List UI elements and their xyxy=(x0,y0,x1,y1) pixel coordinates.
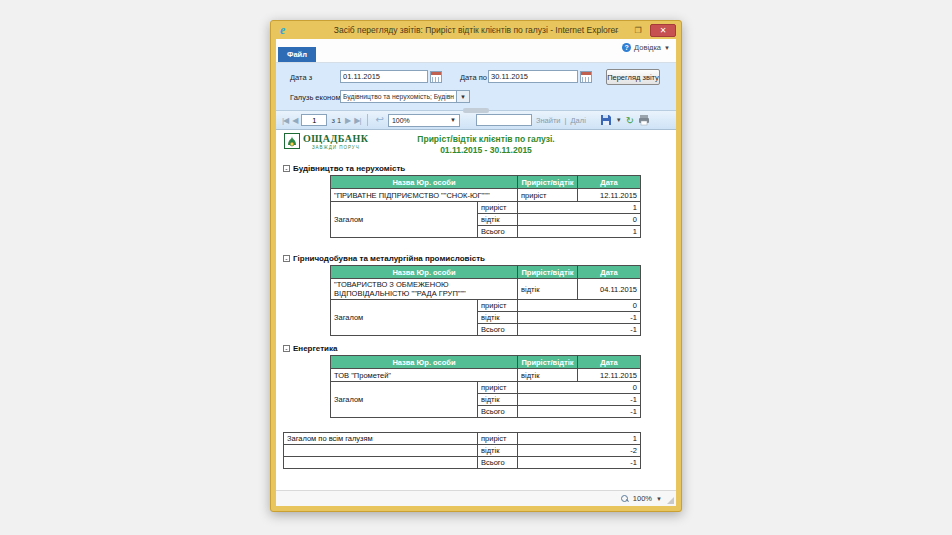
table-row: Загалом приріст 0 xyxy=(331,382,641,394)
industry-dropdown[interactable]: Будівництво та нерухомість; Будівн ▼ xyxy=(340,90,470,103)
company-name: "ТОВАРИСТВО З ОБМЕЖЕНОЮ ВІДПОВІДАЛЬНІСТЮ… xyxy=(331,279,518,300)
title-bar[interactable]: e Засіб перегляду звітів: Приріст відтік… xyxy=(276,21,676,39)
table-row: "ПРИВАТНЕ ПІДПРИЄМСТВО ""СНОК-ЮГ""" прир… xyxy=(331,189,641,202)
find-text-input[interactable] xyxy=(476,114,532,126)
section-toggle[interactable]: - Будівництво та нерухомість xyxy=(283,164,640,173)
date-from-label: Дата з xyxy=(290,73,312,82)
all-label: Всього xyxy=(478,324,518,336)
gain-label: приріст xyxy=(478,202,518,214)
collapse-icon[interactable]: - xyxy=(283,345,290,352)
report-header: ОЩАДБАНК ЗАВЖДИ ПОРУЧ Приріст/відтік клі… xyxy=(284,133,668,157)
view-report-button[interactable]: Перегляд звіту xyxy=(606,69,660,85)
grand-total-label: Загалом по всім галузям xyxy=(284,433,478,445)
outflow-value: -1 xyxy=(518,394,641,406)
maximize-button[interactable]: ❐ xyxy=(628,24,648,37)
window-controls: – ❐ ✕ xyxy=(606,24,676,37)
table-row: "ТОВАРИСТВО З ОБМЕЖЕНОЮ ВІДПОВІДАЛЬНІСТЮ… xyxy=(331,279,641,300)
section-title: Будівництво та нерухомість xyxy=(293,164,405,173)
outflow-label: відтік xyxy=(478,214,518,226)
export-dropdown-icon[interactable]: ▼ xyxy=(616,117,622,123)
print-icon[interactable] xyxy=(638,114,650,126)
help-menu[interactable]: ? Довідка ▼ xyxy=(622,43,670,52)
report-title: Приріст/відтік клієнтів по галузі. 01.11… xyxy=(344,134,628,155)
all-value: 1 xyxy=(518,226,641,238)
zoom-dropdown-icon[interactable]: ▼ xyxy=(656,496,662,502)
find-link[interactable]: Знайти xyxy=(536,116,561,125)
report-section: - Будівництво та нерухомість Назва Юр. о… xyxy=(283,164,640,238)
date-value: 12.11.2015 xyxy=(578,369,641,382)
gain-value: 0 xyxy=(518,382,641,394)
calendar-icon[interactable] xyxy=(580,71,592,83)
gain-value: 1 xyxy=(518,202,641,214)
company-name: ТОВ "Прометей" xyxy=(331,369,518,382)
date-to-input[interactable] xyxy=(488,70,578,83)
section-title: Енергетика xyxy=(293,344,337,353)
refresh-icon[interactable]: ↻ xyxy=(626,115,634,126)
flow-value: відтік xyxy=(518,369,578,382)
section-table: Назва Юр. особи Приріст/відтік Дата "ТОВ… xyxy=(330,265,641,336)
total-row-label: Загалом xyxy=(331,202,478,238)
find-next-link[interactable]: Далі xyxy=(571,116,586,125)
report-parameters-panel: Дата з Дата по Перегляд звіту Галузь еко… xyxy=(276,63,676,110)
date-value: 12.11.2015 xyxy=(578,189,641,202)
gain-label: приріст xyxy=(478,433,518,445)
report-section: - Гірничодобувна та металургійна промисл… xyxy=(283,254,640,336)
report-title-line1: Приріст/відтік клієнтів по галузі. xyxy=(344,134,628,145)
section-toggle[interactable]: - Гірничодобувна та металургійна промисл… xyxy=(283,254,640,263)
col-header-flow: Приріст/відтік xyxy=(518,266,578,279)
report-canvas: ОЩАДБАНК ЗАВЖДИ ПОРУЧ Приріст/відтік клі… xyxy=(276,130,676,490)
section-toggle[interactable]: - Енергетика xyxy=(283,344,640,353)
close-button[interactable]: ✕ xyxy=(650,24,676,37)
file-menu-tab[interactable]: Файл xyxy=(278,47,316,62)
help-icon: ? xyxy=(622,43,631,52)
minimize-button[interactable]: – xyxy=(606,24,626,37)
table-row: Загалом по всім галузям приріст 1 xyxy=(284,433,641,445)
chevron-down-icon: ▼ xyxy=(456,91,469,102)
table-row: Всього -1 xyxy=(284,457,641,469)
back-to-parent-report-icon[interactable]: ↩ xyxy=(375,115,383,125)
status-bar: 100% ▼ xyxy=(276,490,676,506)
outflow-label: відтік xyxy=(478,445,518,457)
all-value: -1 xyxy=(518,324,641,336)
col-header-name: Назва Юр. особи xyxy=(331,266,518,279)
gain-value: 1 xyxy=(518,433,641,445)
industry-dropdown-value: Будівництво та нерухомість; Будівн xyxy=(341,91,456,102)
all-label: Всього xyxy=(478,457,518,469)
all-label: Всього xyxy=(478,406,518,418)
gain-label: приріст xyxy=(478,300,518,312)
table-header-row: Назва Юр. особи Приріст/відтік Дата xyxy=(331,356,641,369)
status-zoom-value[interactable]: 100% xyxy=(633,494,652,503)
current-page-input[interactable] xyxy=(301,114,327,126)
page-count-label: з 1 xyxy=(331,116,341,125)
all-label: Всього xyxy=(478,226,518,238)
previous-page-button[interactable]: ◀ xyxy=(292,116,297,125)
total-row-label: Загалом xyxy=(331,382,478,418)
panel-splitter-handle[interactable] xyxy=(463,108,489,113)
outflow-label: відтік xyxy=(478,312,518,324)
section-table: Назва Юр. особи Приріст/відтік Дата "ПРИ… xyxy=(330,175,641,238)
export-icon[interactable] xyxy=(600,114,612,126)
magnifier-icon xyxy=(621,495,629,503)
chevron-down-icon: ▼ xyxy=(447,117,459,123)
table-row: Загалом приріст 1 xyxy=(331,202,641,214)
col-header-flow: Приріст/відтік xyxy=(518,176,578,189)
company-name: "ПРИВАТНЕ ПІДПРИЄМСТВО ""СНОК-ЮГ""" xyxy=(331,189,518,202)
flow-value: відтік xyxy=(518,279,578,300)
gain-value: 0 xyxy=(518,300,641,312)
grand-total-table: Загалом по всім галузям приріст 1 відтік… xyxy=(283,432,641,469)
outflow-value: -1 xyxy=(518,312,641,324)
calendar-icon[interactable] xyxy=(430,71,442,83)
collapse-icon[interactable]: - xyxy=(283,165,290,172)
date-from-input[interactable] xyxy=(340,70,428,83)
last-page-button[interactable]: ▶| xyxy=(354,116,360,125)
col-header-name: Назва Юр. особи xyxy=(331,176,518,189)
report-toolbar: |◀ ◀ з 1 ▶ ▶| ↩ 100% ▼ Знайти | Далі ▼ ↻ xyxy=(276,110,676,130)
section-table: Назва Юр. особи Приріст/відтік Дата ТОВ … xyxy=(330,355,641,418)
collapse-icon[interactable]: - xyxy=(283,255,290,262)
next-page-button[interactable]: ▶ xyxy=(345,116,350,125)
resize-grip[interactable] xyxy=(667,497,674,504)
zoom-select[interactable]: 100% ▼ xyxy=(388,114,460,127)
first-page-button[interactable]: |◀ xyxy=(282,116,288,125)
window-body: Файл ? Довідка ▼ Дата з Дата по Перегляд… xyxy=(276,39,676,506)
report-section: - Енергетика Назва Юр. особи Приріст/від… xyxy=(283,344,640,418)
